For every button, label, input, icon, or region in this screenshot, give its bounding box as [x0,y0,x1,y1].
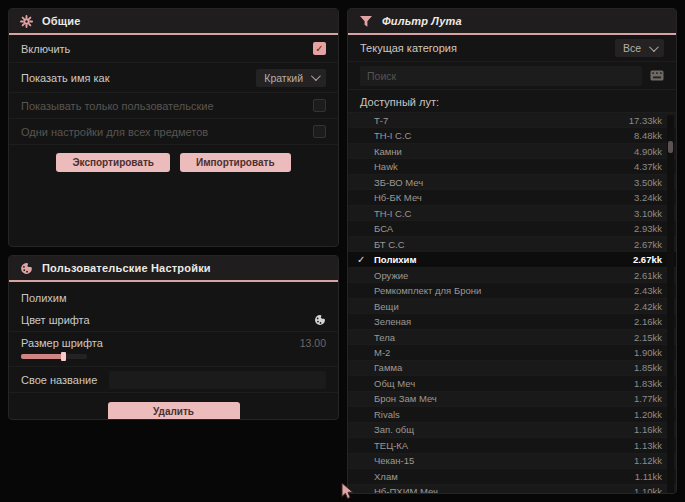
loot-item-row[interactable]: ✓ Брон Зам Меч 1.77kk [348,392,676,407]
loot-item-row[interactable]: ✓ Чекан-15 1.12kk [348,454,676,469]
funnel-icon [359,15,373,28]
loot-item-value: 2.67kk [634,239,662,250]
loot-item-value: 3.50kk [634,177,662,188]
loot-item-name: Гамма [374,362,634,373]
loot-item-name: М-2 [374,347,634,358]
loot-item-row[interactable]: ✓ ТЕЦ-КА 1.13kk [348,438,676,453]
loot-item-row[interactable]: ✓ Гамма 1.85kk [348,361,676,376]
font-size-value: 13.00 [300,337,326,349]
category-select[interactable]: Все [615,39,664,57]
loot-item-name: Зап. общ [374,424,634,435]
loot-item-name: Rivals [374,409,634,420]
same-settings-checkbox[interactable] [313,125,326,138]
loot-item-row[interactable]: ✓ ТН-I С.С 3.10kk [348,206,676,221]
loot-item-row[interactable]: ✓ Камни 4.90kk [348,144,676,159]
loot-item-row[interactable]: ✓ Тела 2.15kk [348,330,676,345]
loot-list: ✓ Т-7 17.33kk ✓ ТН-I С.С 8.48kk ✓ Камни … [348,112,676,494]
loot-item-row[interactable]: ✓ Хлам 1.11kk [348,469,676,484]
loot-item-row[interactable]: ✓ БСА 2.93kk [348,221,676,236]
loot-item-name: Брон Зам Меч [374,393,634,404]
color-picker-icon[interactable] [314,314,326,326]
loot-item-value: 2.16kk [634,316,662,327]
slider-handle[interactable] [61,352,66,361]
loot-item-row[interactable]: ✓ Вещи 2.42kk [348,299,676,314]
loot-item-row[interactable]: ✓ Т-7 17.33kk [348,113,676,128]
font-size-slider[interactable] [21,354,87,359]
loot-item-name: Ремкомплект для Брони [374,285,634,296]
general-panel-header: Общие [9,9,338,35]
loot-item-value: 4.37kk [634,161,662,172]
loot-item-row[interactable]: ✓ Rivals 1.20kk [348,407,676,422]
custom-name-input[interactable] [109,371,326,389]
loot-item-name: БТ С.С [374,239,634,250]
keyboard-icon[interactable] [650,70,664,81]
loot-item-row[interactable]: ✓ Нб-ПХИМ Меч 1.10kk [348,485,676,494]
delete-button[interactable]: Удалить [108,402,240,420]
loot-item-row[interactable]: ✓ ТН-I С.С 8.48kk [348,128,676,143]
font-color-row: Цвет шрифта [9,308,338,332]
enable-row: Включить ✓ [9,35,338,63]
loot-item-row[interactable]: ✓ ЗБ-ВО Меч 3.50kk [348,175,676,190]
same-settings-label: Одни настройки для всех предметов [21,126,313,138]
enable-label: Включить [21,43,313,55]
font-color-label: Цвет шрифта [21,314,314,326]
mod-overlay: Общие Включить ✓ Показать имя как Кратки… [0,0,685,502]
import-button[interactable]: Импортировать [180,153,291,172]
loot-item-name: Оружие [374,270,634,281]
chevron-down-icon [649,42,659,52]
loot-item-row[interactable]: ✓ Зап. общ 1.16kk [348,423,676,438]
loot-item-value: 8.48kk [634,130,662,141]
search-input[interactable] [360,66,642,86]
show-name-row: Показать имя как Краткий [9,63,338,93]
check-icon: ✓ [357,254,365,265]
custom-name-row: Свое название [9,367,338,393]
loot-item-value: 1.20kk [634,409,662,420]
loot-item-value: 2.15kk [634,332,662,343]
loot-item-name: Зеленая [374,316,634,327]
loot-scrollbar-thumb[interactable] [668,141,673,153]
loot-item-row[interactable]: ✓ Общ Меч 1.83kk [348,376,676,391]
loot-item-name: Полихим [374,254,633,265]
loot-item-row[interactable]: ✓ Ремкомплект для Брони 2.43kk [348,283,676,298]
loot-item-row[interactable]: ✓ Hawk 4.37kk [348,159,676,174]
category-label: Текущая категория [360,42,615,54]
loot-item-row[interactable]: ✓ БТ С.С 2.67kk [348,237,676,252]
loot-item-name: Нб-ПХИМ Меч [374,486,634,494]
enable-checkbox[interactable]: ✓ [313,42,326,55]
general-panel-title: Общие [42,15,81,27]
only-custom-checkbox[interactable] [313,99,326,112]
loot-item-row[interactable]: ✓ Оружие 2.61kk [348,268,676,283]
loot-item-value: 17.33kk [629,115,662,126]
loot-item-value: 2.43kk [634,285,662,296]
show-name-value: Краткий [264,72,303,84]
loot-item-name: Камни [374,146,634,157]
loot-item-name: Hawk [374,161,634,172]
show-name-select[interactable]: Краткий [256,69,326,87]
general-panel-spacer [9,182,338,247]
loot-item-row[interactable]: ✓ Зеленая 2.16kk [348,314,676,329]
loot-filter-header: Фильтр Лута [348,9,676,35]
loot-item-name: ТН-I С.С [374,130,634,141]
chevron-down-icon [311,71,321,81]
custom-settings-header: Пользовательские Настройки [9,256,338,282]
selected-item-name: Полихим [9,282,338,308]
loot-item-name: Нб-БК Меч [374,192,634,203]
category-value: Все [623,42,641,54]
category-row: Текущая категория Все [348,35,676,62]
loot-item-row[interactable]: ✓ Нб-БК Меч 3.24kk [348,190,676,205]
loot-item-value: 1.12kk [634,455,662,466]
gear-icon [20,15,33,28]
export-button[interactable]: Экспортировать [56,153,170,172]
export-import-row: Экспортировать Импортировать [9,145,338,182]
loot-scrollbar-track[interactable] [667,115,674,494]
available-loot-label: Доступный лут: [348,90,676,112]
loot-filter-panel: Фильтр Лута Текущая категория Все [347,8,677,494]
custom-settings-title: Пользовательские Настройки [42,262,211,274]
same-settings-row: Одни настройки для всех предметов [9,119,338,145]
loot-item-name: Чекан-15 [374,455,634,466]
custom-name-label: Свое название [21,374,97,386]
loot-item-row[interactable]: ✓ М-2 1.90kk [348,345,676,360]
loot-item-value: 1.90kk [634,347,662,358]
slider-fill [21,354,63,359]
loot-item-row[interactable]: ✓ Полихим 2.67kk [348,252,676,267]
